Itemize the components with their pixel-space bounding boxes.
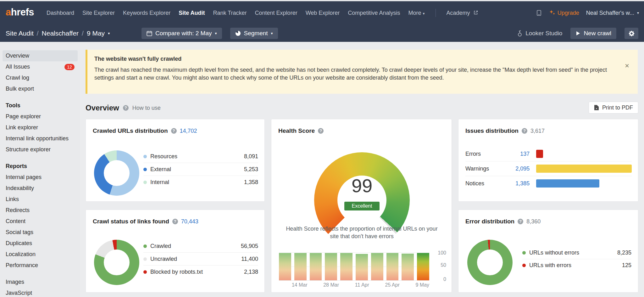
health-history-bar[interactable]: [417, 253, 429, 280]
legend-row[interactable]: Blocked by robots.txt 2,138: [143, 265, 258, 278]
looker-studio-button[interactable]: Looker Studio: [517, 30, 562, 37]
legend-value: 2,138: [244, 269, 258, 275]
health-history-bar[interactable]: [340, 253, 353, 280]
nav-item-keywords-explorer[interactable]: Keywords Explorer: [123, 10, 170, 16]
sidebar-item-social-tags[interactable]: Social tags: [0, 227, 80, 238]
sidebar-spacer: [0, 94, 80, 100]
issue-count[interactable]: 137: [514, 151, 530, 157]
upgrade-button[interactable]: Upgrade: [549, 10, 579, 16]
table-row[interactable]: Errors 137: [465, 147, 632, 161]
legend-row[interactable]: URLs with errors 125: [522, 259, 631, 272]
nav-item-academy[interactable]: Academy: [447, 10, 478, 16]
sidebar-item-indexability[interactable]: Indexability: [0, 183, 80, 194]
sidebar-item-bulk-export[interactable]: Bulk export: [0, 83, 80, 94]
card-total[interactable]: 70,443: [181, 218, 198, 225]
nav-item-site-explorer[interactable]: Site Explorer: [82, 10, 115, 16]
legend-label: Blocked by robots.txt: [150, 269, 244, 275]
sidebar-item-structure-explorer[interactable]: Structure explorer: [0, 144, 80, 155]
sidebar-item-all-issues[interactable]: All Issues 12: [0, 61, 80, 72]
looker-studio-label: Looker Studio: [525, 30, 562, 37]
legend-color-dot: [143, 257, 147, 261]
error-distribution-legend: URLs without errors 8,235 URLs with erro…: [522, 247, 631, 272]
health-history-bar[interactable]: [356, 253, 368, 280]
close-icon[interactable]: ×: [623, 62, 631, 70]
sidebar-item-images[interactable]: Images: [0, 277, 80, 288]
legend-row[interactable]: Uncrawled 11,400: [143, 252, 258, 265]
y-axis-tick-0: 0: [430, 277, 446, 282]
table-row[interactable]: Warnings 2,095: [465, 161, 632, 176]
legend-row[interactable]: Crawled 56,905: [143, 240, 258, 252]
help-icon[interactable]: ?: [172, 219, 178, 224]
legend-row[interactable]: URLs without errors 8,235: [522, 247, 631, 259]
breadcrumb-date[interactable]: 9 May: [87, 30, 105, 37]
breadcrumb-site-audit[interactable]: Site Audit: [6, 30, 34, 37]
new-crawl-button[interactable]: New crawl: [570, 28, 616, 39]
sidebar-item-page-explorer[interactable]: Page explorer: [0, 111, 80, 122]
legend-row[interactable]: Resources 8,091: [143, 150, 258, 163]
help-icon[interactable]: ?: [518, 219, 523, 224]
health-history-bar[interactable]: [386, 253, 399, 280]
help-icon[interactable]: ?: [171, 128, 177, 134]
health-history-bar[interactable]: [279, 253, 291, 280]
card-total[interactable]: 14,702: [180, 128, 197, 134]
legend-row[interactable]: Internal 1,358: [143, 176, 258, 188]
sidebar-item-label: Page explorer: [6, 111, 41, 122]
nav-item-site-audit[interactable]: Site Audit: [179, 10, 205, 16]
breadcrumb-project[interactable]: Nealschaffer: [42, 30, 79, 37]
health-history-bar[interactable]: [325, 253, 337, 280]
issue-count[interactable]: 2,095: [514, 165, 530, 172]
legend-row[interactable]: External 5,253: [143, 163, 258, 176]
sidebar-item-overview[interactable]: Overview: [3, 50, 78, 61]
sidebar-item-link-explorer[interactable]: Link explorer: [0, 122, 80, 133]
chevron-down-icon: ▾: [271, 31, 273, 35]
ahrefs-logo[interactable]: ahrefs: [6, 7, 34, 18]
nav-item-web-explorer[interactable]: Web Explorer: [306, 10, 340, 16]
sidebar-item-label: Social tags: [6, 227, 33, 238]
help-icon[interactable]: ?: [522, 128, 527, 134]
segment-button[interactable]: Segment ▾: [230, 28, 278, 39]
sidebar-item-label: Overview: [6, 50, 29, 61]
bar: [417, 253, 429, 280]
axis-tick-label: 9 May: [415, 282, 429, 288]
help-icon[interactable]: ?: [123, 105, 129, 111]
sidebar-item-internal-link-opportunities[interactable]: Internal link opportunities: [0, 133, 80, 144]
health-history-bar[interactable]: [371, 253, 383, 280]
how-to-use-link[interactable]: How to use: [132, 105, 161, 111]
crawled-urls-legend: Resources 8,091 External 5,253 Internal …: [143, 150, 258, 188]
sidebar-item-crawl-log[interactable]: Crawl log: [0, 72, 80, 83]
nav-item-more[interactable]: More ▾: [408, 10, 425, 16]
sidebar-item-redirects[interactable]: Redirects: [0, 205, 80, 216]
issues-bar: [536, 150, 543, 158]
sidebar-item-content[interactable]: Content: [0, 216, 80, 227]
nav-item-dashboard[interactable]: Dashboard: [47, 10, 74, 16]
table-row[interactable]: Notices 1,385: [465, 176, 632, 191]
legend-value: 56,905: [241, 243, 258, 249]
device-icon[interactable]: [536, 9, 542, 16]
sidebar-item-performance[interactable]: Performance: [0, 260, 80, 271]
navbar-links: Dashboard Site Explorer Keywords Explore…: [47, 1, 478, 25]
compare-with-button[interactable]: Compare with: 2 May ▾: [142, 28, 222, 39]
legend-value: 125: [622, 262, 631, 269]
nav-item-competitive-analysis[interactable]: Competitive Analysis: [348, 10, 400, 16]
play-icon: [575, 31, 580, 36]
nav-item-rank-tracker[interactable]: Rank Tracker: [213, 10, 247, 16]
sidebar-item-duplicates[interactable]: Duplicates: [0, 238, 80, 249]
nav-item-content-explorer[interactable]: Content Explorer: [255, 10, 297, 16]
sidebar-item-links[interactable]: Links: [0, 194, 80, 205]
health-history-bar[interactable]: [294, 253, 307, 280]
sidebar-item-internal-pages[interactable]: Internal pages: [0, 172, 80, 183]
axis-baseline: [279, 280, 429, 281]
print-to-pdf-button[interactable]: Print to PDF: [589, 102, 638, 114]
help-icon[interactable]: ?: [318, 128, 324, 134]
issue-count[interactable]: 1,385: [514, 180, 530, 187]
sidebar-item-javascript[interactable]: JavaScript: [0, 288, 80, 297]
legend-value: 5,253: [244, 166, 258, 173]
sidebar-item-label: Redirects: [6, 205, 30, 216]
account-menu[interactable]: Neal Schaffer's w... ▾: [586, 10, 639, 16]
settings-button[interactable]: [625, 28, 638, 39]
health-score-description-line2: site that don't have errors: [278, 233, 446, 240]
chevron-down-icon[interactable]: ▾: [108, 31, 110, 35]
sidebar-item-localization[interactable]: Localization: [0, 249, 80, 260]
health-history-bar[interactable]: [310, 253, 322, 280]
health-history-bar[interactable]: [402, 253, 414, 280]
